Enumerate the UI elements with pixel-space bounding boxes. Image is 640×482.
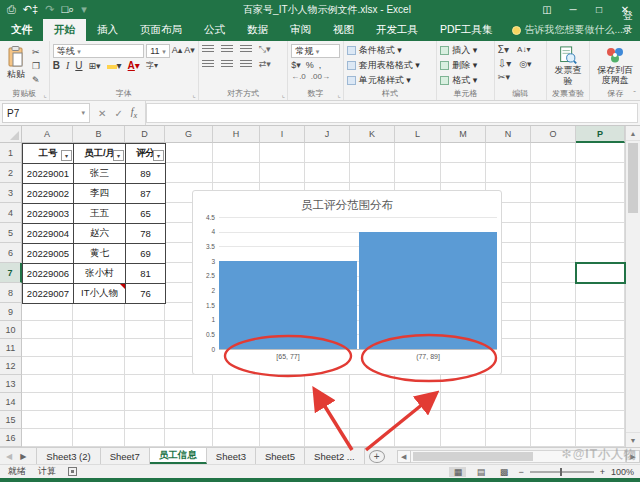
cell-P16[interactable] bbox=[576, 429, 625, 447]
cell-P2[interactable] bbox=[576, 163, 625, 183]
cells-item-删除[interactable]: 删除 ▾ bbox=[440, 59, 491, 72]
row-header-10[interactable]: 10 bbox=[0, 321, 22, 339]
zoom-slider[interactable] bbox=[530, 471, 594, 473]
cell-K15[interactable] bbox=[350, 411, 395, 429]
row-header-13[interactable]: 13 bbox=[0, 375, 22, 393]
confirm-entry-icon[interactable]: ✓ bbox=[114, 108, 122, 119]
find-select-icon[interactable]: ◎▾ bbox=[519, 59, 531, 69]
row-header-6[interactable]: 6 bbox=[0, 243, 22, 263]
scroll-left-icon[interactable]: ◀ bbox=[397, 450, 411, 463]
cell-M14[interactable] bbox=[441, 393, 486, 411]
cell-H2[interactable] bbox=[213, 163, 260, 183]
sheet-tab-Sheet2 ...[interactable]: Sheet2 ... bbox=[305, 448, 365, 464]
cell-M13[interactable] bbox=[441, 375, 486, 393]
cell-G13[interactable] bbox=[165, 375, 213, 393]
cell-N16[interactable] bbox=[486, 429, 531, 447]
cell-P10[interactable] bbox=[576, 321, 625, 339]
table-cell[interactable]: 张小村 bbox=[73, 263, 126, 284]
cell-B13[interactable] bbox=[73, 375, 125, 393]
cell-D11[interactable] bbox=[125, 339, 165, 357]
cell-B9[interactable] bbox=[73, 303, 125, 321]
cell-O15[interactable] bbox=[531, 411, 576, 429]
print-preview-icon[interactable]: □⌕ bbox=[61, 4, 74, 15]
cell-P14[interactable] bbox=[576, 393, 625, 411]
cell-P3[interactable] bbox=[576, 183, 625, 203]
normal-view-icon[interactable]: ▦ bbox=[449, 467, 466, 477]
table-cell[interactable]: 20229005 bbox=[22, 243, 74, 264]
cell-A11[interactable] bbox=[22, 339, 73, 357]
cell-O6[interactable] bbox=[531, 243, 576, 263]
cell-H16[interactable] bbox=[213, 429, 260, 447]
table-cell[interactable]: IT小人物 bbox=[73, 283, 126, 304]
horizontal-scroll-thumb[interactable] bbox=[413, 452, 533, 461]
row-header-11[interactable]: 11 bbox=[0, 339, 22, 357]
decrease-font-icon[interactable]: A▾ bbox=[184, 44, 195, 58]
column-header-A[interactable]: A bbox=[22, 126, 73, 143]
cell-N13[interactable] bbox=[486, 375, 531, 393]
fill-icon[interactable]: ⇩▾ bbox=[498, 58, 511, 69]
cell-O14[interactable] bbox=[531, 393, 576, 411]
column-header-I[interactable]: I bbox=[260, 126, 305, 143]
cell-J2[interactable] bbox=[305, 163, 350, 183]
cell-P5[interactable] bbox=[576, 223, 625, 243]
cell-O12[interactable] bbox=[531, 357, 576, 375]
row-header-7[interactable]: 7 bbox=[0, 263, 22, 283]
cell-M2[interactable] bbox=[441, 163, 486, 183]
selected-cell-P7[interactable] bbox=[575, 262, 626, 284]
cell-D10[interactable] bbox=[125, 321, 165, 339]
cell-O8[interactable] bbox=[531, 283, 576, 303]
cell-G15[interactable] bbox=[165, 411, 213, 429]
page-layout-view-icon[interactable]: ▤ bbox=[472, 467, 489, 477]
ribbon-tab-开始[interactable]: 开始 bbox=[43, 19, 86, 41]
chart-bar-[65, 77][interactable] bbox=[219, 261, 357, 349]
decrease-decimal-icon[interactable]: .00→ bbox=[311, 72, 330, 81]
column-header-D[interactable]: D bbox=[125, 126, 165, 143]
cell-N1[interactable] bbox=[486, 143, 531, 163]
column-header-M[interactable]: M bbox=[441, 126, 486, 143]
orientation-icon[interactable]: ⤡▾ bbox=[259, 44, 271, 55]
cell-O16[interactable] bbox=[531, 429, 576, 447]
cell-O1[interactable] bbox=[531, 143, 576, 163]
row-header-8[interactable]: 8 bbox=[0, 283, 22, 303]
name-box-dropdown-icon[interactable]: ▾ bbox=[81, 109, 85, 117]
column-header-P[interactable]: P bbox=[576, 126, 625, 143]
collapse-ribbon-icon[interactable]: ˆ bbox=[633, 89, 636, 98]
number-format-select[interactable]: 常规 ▾ bbox=[291, 44, 340, 58]
cell-P8[interactable] bbox=[576, 283, 625, 303]
customize-qat-icon[interactable]: ▾ bbox=[81, 4, 87, 15]
table-cell[interactable]: 李四 bbox=[73, 183, 126, 204]
cell-A15[interactable] bbox=[22, 411, 73, 429]
increase-decimal-icon[interactable]: ←.0 bbox=[291, 72, 306, 81]
sheet-tab-Sheet5[interactable]: Sheet5 bbox=[256, 448, 305, 464]
redo-icon[interactable]: ↷ bbox=[45, 4, 54, 15]
clear-icon[interactable]: ✂▾ bbox=[498, 72, 510, 82]
minimize-icon[interactable]: ─ bbox=[560, 0, 586, 19]
cell-D15[interactable] bbox=[125, 411, 165, 429]
embedded-chart[interactable]: 员工评分范围分布 00.511.522.533.544.5 [65, 77](7… bbox=[192, 190, 502, 375]
cell-K16[interactable] bbox=[350, 429, 395, 447]
filter-dropdown-icon[interactable]: ▾ bbox=[153, 150, 164, 161]
table-cell[interactable]: 张三 bbox=[73, 163, 126, 184]
cell-L1[interactable] bbox=[395, 143, 441, 163]
alignment-dialog-launcher[interactable]: ⌞ bbox=[282, 91, 285, 99]
row-header-16[interactable]: 16 bbox=[0, 429, 22, 447]
format-painter-icon[interactable]: ✎ bbox=[32, 74, 40, 86]
align-left-icon[interactable] bbox=[202, 60, 214, 69]
ribbon-tab-开发工具[interactable]: 开发工具 bbox=[365, 19, 429, 41]
formula-input[interactable] bbox=[146, 103, 638, 123]
table-cell[interactable]: 黄七 bbox=[73, 243, 126, 264]
cell-P11[interactable] bbox=[576, 339, 625, 357]
cell-G2[interactable] bbox=[165, 163, 213, 183]
cell-I1[interactable] bbox=[260, 143, 305, 163]
cell-O4[interactable] bbox=[531, 203, 576, 223]
cell-D13[interactable] bbox=[125, 375, 165, 393]
cell-O3[interactable] bbox=[531, 183, 576, 203]
styles-item-条件格式[interactable]: 条件格式 ▾ bbox=[347, 44, 433, 57]
table-cell[interactable]: 20229006 bbox=[22, 263, 74, 284]
cell-H14[interactable] bbox=[213, 393, 260, 411]
cell-I16[interactable] bbox=[260, 429, 305, 447]
cell-M1[interactable] bbox=[441, 143, 486, 163]
table-cell[interactable]: 81 bbox=[125, 263, 166, 284]
cell-B15[interactable] bbox=[73, 411, 125, 429]
ribbon-tab-公式[interactable]: 公式 bbox=[193, 19, 236, 41]
